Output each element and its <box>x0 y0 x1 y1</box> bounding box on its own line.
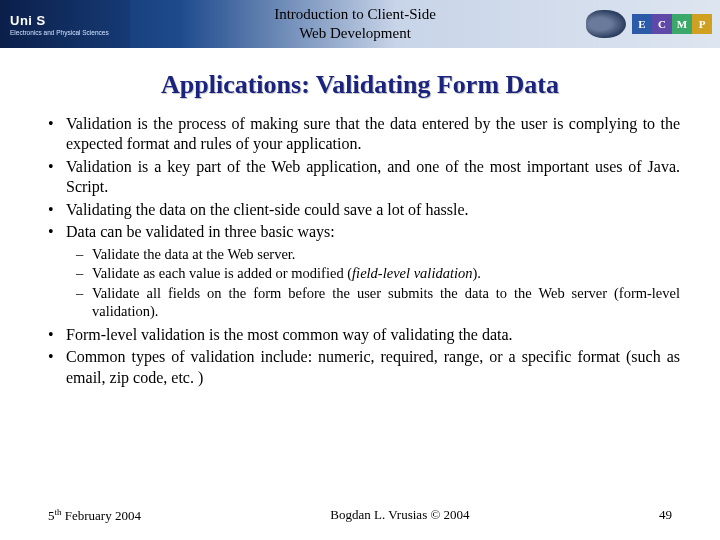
bullet-list-a: Validation is the process of making sure… <box>48 114 680 243</box>
course-title: Introduction to Client-Side Web Developm… <box>130 5 550 43</box>
badge-p: P <box>692 14 712 34</box>
course-title-line2: Web Development <box>299 25 411 41</box>
bullet-item: Validation is a key part of the Web appl… <box>48 157 680 198</box>
bullet-list-b: Form-level validation is the most common… <box>48 325 680 388</box>
badge-row: E C M P <box>632 14 712 34</box>
bullet-item: Validation is the process of making sure… <box>48 114 680 155</box>
footer-author: Bogdan L. Vrusias © 2004 <box>330 507 469 524</box>
bullet-item: Common types of validation include: nume… <box>48 347 680 388</box>
sub-bullet-list: Validate the data at the Web server. Val… <box>76 245 680 321</box>
sub-bullet-item: Validate all fields on the form before t… <box>76 284 680 321</box>
slide-title: Applications: Validating Form Data <box>0 70 720 100</box>
bullet-item: Data can be validated in three basic way… <box>48 222 680 242</box>
bullet-item: Form-level validation is the most common… <box>48 325 680 345</box>
fish-icon <box>586 10 626 38</box>
university-logo: Uni S Electronics and Physical Sciences <box>0 0 130 48</box>
footer-date-ordinal: th <box>55 507 62 517</box>
slide-footer: 5th February 2004 Bogdan L. Vrusias © 20… <box>0 507 720 524</box>
logo-subtitle: Electronics and Physical Sciences <box>10 29 130 36</box>
header-right: E C M P <box>550 0 720 48</box>
slide-header: Uni S Electronics and Physical Sciences … <box>0 0 720 48</box>
bullet-item: Validating the data on the client-side c… <box>48 200 680 220</box>
footer-page-number: 49 <box>659 507 672 524</box>
logo-title: Uni S <box>10 13 130 28</box>
course-title-line1: Introduction to Client-Side <box>274 6 436 22</box>
footer-date: 5th February 2004 <box>48 507 141 524</box>
badge-m: M <box>672 14 692 34</box>
sub-bullet-item: Validate as each value is added or modif… <box>76 264 680 283</box>
slide-content: Validation is the process of making sure… <box>0 114 720 388</box>
footer-date-rest: February 2004 <box>62 508 141 523</box>
badge-c: C <box>652 14 672 34</box>
badge-e: E <box>632 14 652 34</box>
sub-bullet-item: Validate the data at the Web server. <box>76 245 680 264</box>
